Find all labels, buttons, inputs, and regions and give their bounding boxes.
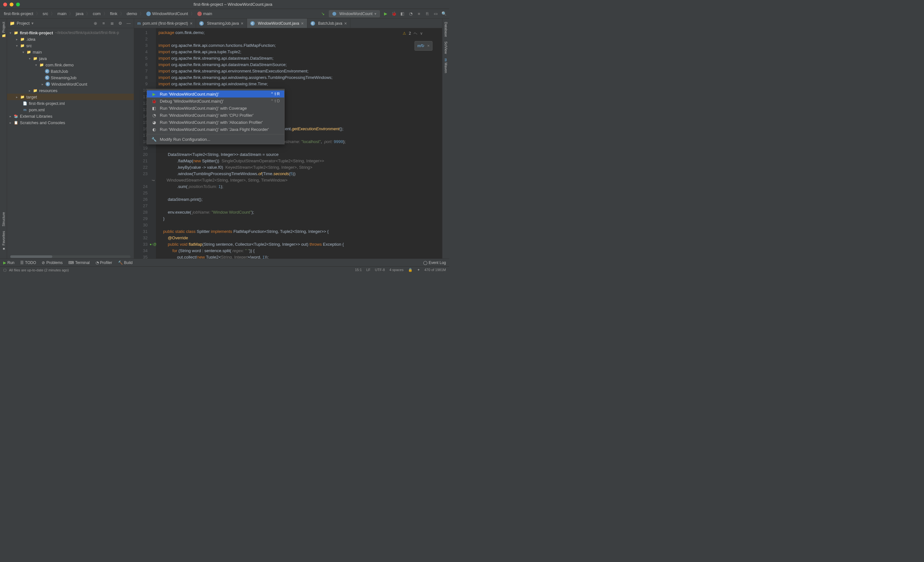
project-tool[interactable]: 📁 Project xyxy=(1,22,6,38)
project-sidebar: 📁Project▾ ⊕ ≡ ≣ ⚙ — ▾📁first-flink-projec… xyxy=(7,19,134,259)
lock-icon[interactable]: 🔒 xyxy=(408,268,412,272)
project-tree: ▾📁first-flink-project~/inbox/test/flink/… xyxy=(7,28,134,255)
settings-icon[interactable]: ⚙ xyxy=(118,21,123,26)
menu-jfr[interactable]: ◐Run 'WindowWordCount.main()' with 'Java… xyxy=(147,126,284,133)
editor-tab[interactable]: CBatchJob.java× xyxy=(308,19,351,28)
menu-modify-config[interactable]: 🔧Modify Run Configuration... xyxy=(147,136,284,143)
menu-alloc-profiler[interactable]: ◕Run 'WindowWordCount.main()' with 'Allo… xyxy=(147,119,284,126)
todo-tool[interactable]: ☰TODO xyxy=(20,261,36,265)
vcs-icon[interactable]: ⎘ xyxy=(425,11,430,16)
tree-ext-lib[interactable]: ▸📚External Libraries xyxy=(7,113,134,119)
favorites-tool[interactable]: ★ Favorites xyxy=(1,231,6,251)
cog-icon[interactable]: ✦ xyxy=(417,268,420,272)
close-icon[interactable]: × xyxy=(344,21,347,26)
run-tool[interactable]: ▶Run xyxy=(3,261,14,265)
line-separator[interactable]: LF xyxy=(366,268,370,272)
hide-icon[interactable]: — xyxy=(126,21,131,26)
tree-idea[interactable]: ▸📁.idea xyxy=(7,36,134,42)
run-context-menu: ▶Run 'WindowWordCount.main()'⌃⇧R 🐞Debug … xyxy=(147,89,285,144)
editor-tab[interactable]: mpom.xml (first-flink-project)× xyxy=(134,19,196,28)
status-bar: ▢ All files are up-to-date (2 minutes ag… xyxy=(0,266,449,273)
inspection-badge[interactable]: ⚠2 ヘ∨ xyxy=(403,30,423,37)
crumb[interactable]: WindowWordCount xyxy=(145,10,189,17)
editor-tab[interactable]: CStreamingJob.java× xyxy=(196,19,247,28)
inspect-widget[interactable]: m↻× xyxy=(414,41,432,51)
tree-scratches[interactable]: ▸📋Scratches and Consoles xyxy=(7,119,134,126)
search-icon[interactable]: 🔍 xyxy=(441,11,447,16)
tree-file[interactable]: CBatchJob xyxy=(7,68,134,74)
terminal-tool[interactable]: ⌨Terminal xyxy=(68,261,90,265)
navigation-bar: first-flink-project〉 src〉 main〉 java〉 co… xyxy=(0,9,449,19)
breadcrumbs: first-flink-project〉 src〉 main〉 java〉 co… xyxy=(3,10,321,17)
close-window[interactable] xyxy=(3,3,7,6)
tree-file[interactable]: ▸CWindowWordCount xyxy=(7,81,134,87)
close-icon[interactable]: × xyxy=(241,21,243,26)
profiler-button[interactable]: ◔ xyxy=(408,11,413,16)
menu-run[interactable]: ▶Run 'WindowWordCount.main()'⌃⇧R xyxy=(147,90,284,97)
build-icon[interactable]: ↘ xyxy=(321,11,326,16)
menu-cpu-profiler[interactable]: ◔Run 'WindowWordCount.main()' with 'CPU … xyxy=(147,112,284,119)
crumb[interactable]: main xyxy=(196,10,213,17)
close-icon[interactable]: × xyxy=(301,21,303,26)
menu-debug[interactable]: 🐞Debug 'WindowWordCount.main()'⌃⇧D xyxy=(147,97,284,105)
problems-tool[interactable]: ⊘Problems xyxy=(42,261,63,265)
stop-button[interactable]: ■ xyxy=(417,11,422,16)
toolbar-actions: ↘ WindowWordCount ▾ ▶ 🐞 ◧ ◔ ■ ⎘ ▭ 🔍 xyxy=(321,10,447,17)
sidebar-title[interactable]: 📁Project▾ xyxy=(10,21,93,25)
file-encoding[interactable]: UTF-8 xyxy=(375,268,385,272)
status-message: All files are up-to-date (2 minutes ago) xyxy=(9,268,355,272)
crumb[interactable]: flink xyxy=(109,10,119,16)
crumb[interactable]: src xyxy=(41,10,50,16)
right-tool-rail: Database SciView m Maven xyxy=(442,19,449,259)
minimize-window[interactable] xyxy=(10,3,14,6)
tool-windows-icon[interactable]: ▢ xyxy=(3,268,6,272)
tree-project-root[interactable]: ▾📁first-flink-project~/inbox/test/flink/… xyxy=(7,30,134,36)
tree-java[interactable]: ▾📁java xyxy=(7,55,134,61)
locate-icon[interactable]: ⊕ xyxy=(93,21,98,26)
crumb[interactable]: com xyxy=(92,10,102,16)
tree-pom[interactable]: mpom.xml xyxy=(7,106,134,113)
build-tool[interactable]: 🔨Build xyxy=(118,261,133,265)
indent-setting[interactable]: 4 spaces xyxy=(390,268,404,272)
expand-icon[interactable]: ≡ xyxy=(101,21,106,26)
crumb[interactable]: java xyxy=(74,10,85,16)
editor-tabs: mpom.xml (first-flink-project)× CStreami… xyxy=(134,19,442,28)
left-tool-rail: 📁 Project Structure ★ Favorites xyxy=(0,19,7,259)
run-button[interactable]: ▶ xyxy=(383,11,388,16)
tree-main[interactable]: ▾📁main xyxy=(7,49,134,55)
crumb[interactable]: main xyxy=(56,10,68,16)
debug-button[interactable]: 🐞 xyxy=(392,11,396,16)
maximize-window[interactable] xyxy=(16,3,20,6)
layout-icon[interactable]: ▭ xyxy=(433,11,438,16)
tree-resources[interactable]: ▸📁resources xyxy=(7,87,134,94)
tree-target[interactable]: ▸📁target xyxy=(7,94,134,100)
structure-tool[interactable]: Structure xyxy=(2,212,6,226)
event-log[interactable]: ◯Event Log xyxy=(423,261,446,265)
sidebar-scrollbar[interactable] xyxy=(10,255,130,258)
crumb[interactable]: demo xyxy=(126,10,139,16)
sciview-tool[interactable]: SciView xyxy=(444,41,448,54)
crumb[interactable]: first-flink-project xyxy=(3,10,34,16)
tree-file[interactable]: CStreamingJob xyxy=(7,74,134,81)
cursor-position[interactable]: 15:1 xyxy=(355,268,362,272)
memory-indicator[interactable]: 470 of 1981M xyxy=(424,268,446,272)
titlebar: first-flink-project – WindowWordCount.ja… xyxy=(0,0,449,9)
tree-src[interactable]: ▾📁src xyxy=(7,42,134,49)
menu-coverage[interactable]: ◧Run 'WindowWordCount.main()' with Cover… xyxy=(147,105,284,112)
profiler-tool[interactable]: ◔Profiler xyxy=(96,261,112,265)
collapse-icon[interactable]: ≣ xyxy=(110,21,114,26)
database-tool[interactable]: Database xyxy=(444,22,448,37)
tree-package[interactable]: ▾📁com.flink.demo xyxy=(7,61,134,68)
window-title: first-flink-project – WindowWordCount.ja… xyxy=(20,2,446,7)
coverage-button[interactable]: ◧ xyxy=(400,11,405,16)
editor-tab-active[interactable]: CWindowWordCount.java× xyxy=(247,19,308,28)
bottom-toolbar: ▶Run ☰TODO ⊘Problems ⌨Terminal ◔Profiler… xyxy=(0,259,449,266)
maven-tool[interactable]: m Maven xyxy=(444,58,448,73)
window-controls xyxy=(3,3,20,6)
tree-iml[interactable]: 📄first-flink-project.iml xyxy=(7,100,134,106)
close-icon[interactable]: × xyxy=(190,21,192,26)
run-configuration-select[interactable]: WindowWordCount ▾ xyxy=(329,10,380,17)
